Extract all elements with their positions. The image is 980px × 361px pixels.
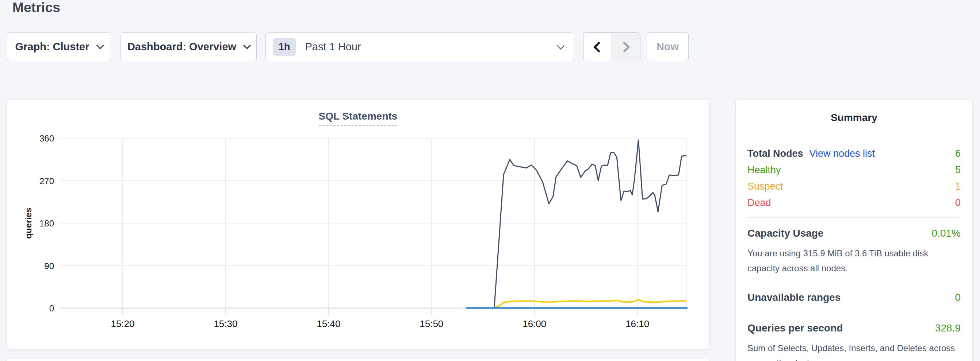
dashboard-dropdown[interactable]: Dashboard: Overview (121, 32, 257, 61)
time-step-buttons (583, 32, 640, 61)
x-axis-tick-label: 15:40 (317, 318, 340, 329)
series-yellow-line (495, 300, 686, 308)
time-range-label: Past 1 Hour (305, 41, 558, 53)
suspect-label: Suspect (748, 181, 783, 192)
graph-dropdown-label: Graph: Cluster (15, 41, 89, 53)
dead-label: Dead (748, 197, 771, 209)
y-axis-tick-label: 90 (44, 261, 54, 271)
unavailable-ranges-label: Unavailable ranges (748, 292, 840, 303)
queries-per-second-value: 328.9 (935, 322, 961, 334)
y-axis-tick-label: 270 (40, 176, 54, 186)
page-title: Metrics (13, 0, 60, 15)
time-range-badge: 1h (273, 38, 296, 56)
x-axis-tick-label: 15:50 (420, 318, 443, 329)
total-nodes-value: 6 (955, 148, 961, 159)
total-nodes-row: Total Nodes View nodes list 6 (748, 146, 961, 162)
y-axis-tick-label: 180 (40, 218, 54, 228)
x-axis-tick-label: 16:10 (625, 318, 649, 329)
y-axis-tick-label: 360 (40, 133, 54, 143)
capacity-usage-description: You are using 315.9 MiB of 3.6 TiB usabl… (748, 246, 961, 276)
series-navy-line (495, 140, 686, 307)
dead-value: 0 (955, 197, 961, 209)
capacity-usage-heading: Capacity Usage 0.01% (748, 228, 961, 239)
graph-dropdown[interactable]: Graph: Cluster (7, 32, 111, 61)
metrics-page: Metrics Graph: Cluster Dashboard: Overvi… (0, 0, 980, 361)
previous-timespan-button[interactable] (584, 33, 612, 61)
capacity-usage-label: Capacity Usage (748, 228, 824, 239)
suspect-nodes-row: Suspect 1 (748, 178, 961, 195)
x-axis-tick-label: 15:20 (111, 318, 134, 329)
now-button[interactable]: Now (647, 32, 689, 61)
healthy-label: Healthy (748, 165, 781, 176)
chevron-down-icon (243, 41, 251, 49)
summary-panel: Summary Total Nodes View nodes list 6 He… (735, 99, 973, 361)
next-chart-card-cut (6, 358, 710, 361)
unavailable-ranges-heading: Unavailable ranges 0 (748, 292, 961, 303)
toolbar: Graph: Cluster Dashboard: Overview 1h Pa… (7, 32, 689, 61)
chevron-left-icon (593, 41, 605, 52)
chevron-down-icon (96, 41, 104, 49)
x-axis-tick-label: 16:00 (522, 318, 546, 329)
capacity-usage-value: 0.01% (932, 228, 961, 239)
x-axis-tick-label: 15:30 (213, 318, 237, 329)
healthy-nodes-row: Healthy 5 (748, 162, 961, 178)
sql-statements-chart[interactable]: 09018027036015:2015:3015:4015:5016:0016:… (6, 100, 710, 350)
divider (748, 281, 961, 281)
summary-title: Summary (748, 112, 961, 123)
queries-per-second-description: Sum of Selects, Updates, Inserts, and De… (748, 340, 961, 361)
healthy-value: 5 (955, 165, 961, 176)
y-axis-tick-label: 0 (49, 303, 54, 313)
unavailable-ranges-value: 0 (955, 292, 961, 303)
chevron-right-icon (619, 41, 630, 52)
time-range-select[interactable]: 1h Past 1 Hour (266, 32, 574, 61)
y-axis-title: queries (23, 207, 33, 239)
node-status-rows: Total Nodes View nodes list 6 Healthy 5 … (748, 146, 961, 211)
divider (748, 313, 961, 313)
now-button-label: Now (657, 41, 679, 53)
queries-per-second-label: Queries per second (748, 322, 843, 334)
view-nodes-list-link[interactable]: View nodes list (810, 148, 875, 159)
queries-per-second-heading: Queries per second 328.9 (748, 322, 961, 334)
suspect-value: 1 (955, 181, 961, 192)
next-timespan-button[interactable] (612, 33, 640, 61)
chevron-down-icon (557, 42, 565, 50)
dashboard-dropdown-label: Dashboard: Overview (127, 41, 236, 53)
divider (748, 217, 961, 218)
total-nodes-label: Total Nodes (748, 148, 803, 159)
sql-statements-chart-card: SQL Statements 09018027036015:2015:3015:… (6, 99, 710, 349)
dead-nodes-row: Dead 0 (748, 195, 961, 211)
